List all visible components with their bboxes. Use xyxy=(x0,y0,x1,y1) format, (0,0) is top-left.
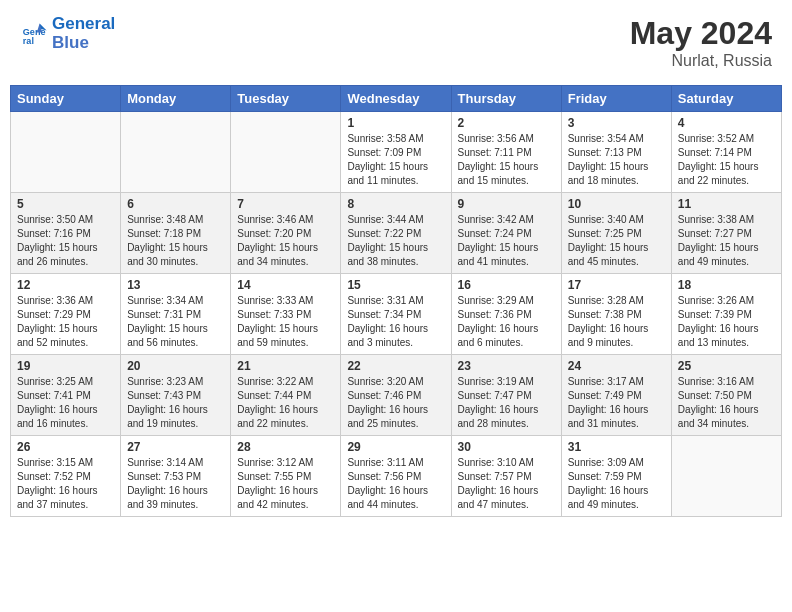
day-number: 8 xyxy=(347,197,444,211)
day-info: Sunrise: 3:16 AM Sunset: 7:50 PM Dayligh… xyxy=(678,375,775,431)
day-cell-21: 21Sunrise: 3:22 AM Sunset: 7:44 PM Dayli… xyxy=(231,355,341,436)
day-number: 19 xyxy=(17,359,114,373)
day-number: 26 xyxy=(17,440,114,454)
day-number: 17 xyxy=(568,278,665,292)
day-cell-24: 24Sunrise: 3:17 AM Sunset: 7:49 PM Dayli… xyxy=(561,355,671,436)
day-info: Sunrise: 3:14 AM Sunset: 7:53 PM Dayligh… xyxy=(127,456,224,512)
day-info: Sunrise: 3:31 AM Sunset: 7:34 PM Dayligh… xyxy=(347,294,444,350)
day-number: 25 xyxy=(678,359,775,373)
day-number: 4 xyxy=(678,116,775,130)
calendar: SundayMondayTuesdayWednesdayThursdayFrid… xyxy=(10,85,782,517)
day-cell-30: 30Sunrise: 3:10 AM Sunset: 7:57 PM Dayli… xyxy=(451,436,561,517)
weekday-header-row: SundayMondayTuesdayWednesdayThursdayFrid… xyxy=(11,86,782,112)
day-info: Sunrise: 3:50 AM Sunset: 7:16 PM Dayligh… xyxy=(17,213,114,269)
day-info: Sunrise: 3:54 AM Sunset: 7:13 PM Dayligh… xyxy=(568,132,665,188)
day-number: 6 xyxy=(127,197,224,211)
day-number: 29 xyxy=(347,440,444,454)
day-info: Sunrise: 3:33 AM Sunset: 7:33 PM Dayligh… xyxy=(237,294,334,350)
day-number: 2 xyxy=(458,116,555,130)
day-number: 28 xyxy=(237,440,334,454)
page-header: Gene ral General Blue May 2024 Nurlat, R… xyxy=(10,10,782,75)
day-info: Sunrise: 3:22 AM Sunset: 7:44 PM Dayligh… xyxy=(237,375,334,431)
empty-cell xyxy=(671,436,781,517)
day-number: 21 xyxy=(237,359,334,373)
day-info: Sunrise: 3:52 AM Sunset: 7:14 PM Dayligh… xyxy=(678,132,775,188)
logo-text: General Blue xyxy=(52,15,115,52)
empty-cell xyxy=(231,112,341,193)
logo: Gene ral General Blue xyxy=(20,15,115,52)
day-number: 13 xyxy=(127,278,224,292)
day-number: 7 xyxy=(237,197,334,211)
week-row-3: 19Sunrise: 3:25 AM Sunset: 7:41 PM Dayli… xyxy=(11,355,782,436)
day-number: 16 xyxy=(458,278,555,292)
logo-line1: General xyxy=(52,14,115,33)
day-cell-5: 5Sunrise: 3:50 AM Sunset: 7:16 PM Daylig… xyxy=(11,193,121,274)
day-info: Sunrise: 3:15 AM Sunset: 7:52 PM Dayligh… xyxy=(17,456,114,512)
title-block: May 2024 Nurlat, Russia xyxy=(630,15,772,70)
day-cell-2: 2Sunrise: 3:56 AM Sunset: 7:11 PM Daylig… xyxy=(451,112,561,193)
day-cell-26: 26Sunrise: 3:15 AM Sunset: 7:52 PM Dayli… xyxy=(11,436,121,517)
day-cell-10: 10Sunrise: 3:40 AM Sunset: 7:25 PM Dayli… xyxy=(561,193,671,274)
weekday-sunday: Sunday xyxy=(11,86,121,112)
day-cell-25: 25Sunrise: 3:16 AM Sunset: 7:50 PM Dayli… xyxy=(671,355,781,436)
empty-cell xyxy=(121,112,231,193)
day-cell-14: 14Sunrise: 3:33 AM Sunset: 7:33 PM Dayli… xyxy=(231,274,341,355)
day-cell-16: 16Sunrise: 3:29 AM Sunset: 7:36 PM Dayli… xyxy=(451,274,561,355)
day-number: 27 xyxy=(127,440,224,454)
day-info: Sunrise: 3:40 AM Sunset: 7:25 PM Dayligh… xyxy=(568,213,665,269)
logo-line2: Blue xyxy=(52,34,115,53)
day-info: Sunrise: 3:25 AM Sunset: 7:41 PM Dayligh… xyxy=(17,375,114,431)
weekday-wednesday: Wednesday xyxy=(341,86,451,112)
day-cell-23: 23Sunrise: 3:19 AM Sunset: 7:47 PM Dayli… xyxy=(451,355,561,436)
day-cell-19: 19Sunrise: 3:25 AM Sunset: 7:41 PM Dayli… xyxy=(11,355,121,436)
day-info: Sunrise: 3:48 AM Sunset: 7:18 PM Dayligh… xyxy=(127,213,224,269)
day-cell-28: 28Sunrise: 3:12 AM Sunset: 7:55 PM Dayli… xyxy=(231,436,341,517)
day-number: 22 xyxy=(347,359,444,373)
day-cell-11: 11Sunrise: 3:38 AM Sunset: 7:27 PM Dayli… xyxy=(671,193,781,274)
day-info: Sunrise: 3:42 AM Sunset: 7:24 PM Dayligh… xyxy=(458,213,555,269)
day-info: Sunrise: 3:09 AM Sunset: 7:59 PM Dayligh… xyxy=(568,456,665,512)
empty-cell xyxy=(11,112,121,193)
week-row-4: 26Sunrise: 3:15 AM Sunset: 7:52 PM Dayli… xyxy=(11,436,782,517)
day-info: Sunrise: 3:23 AM Sunset: 7:43 PM Dayligh… xyxy=(127,375,224,431)
week-row-1: 5Sunrise: 3:50 AM Sunset: 7:16 PM Daylig… xyxy=(11,193,782,274)
day-number: 1 xyxy=(347,116,444,130)
day-number: 9 xyxy=(458,197,555,211)
day-number: 5 xyxy=(17,197,114,211)
logo-icon: Gene ral xyxy=(20,20,48,48)
day-number: 31 xyxy=(568,440,665,454)
day-cell-6: 6Sunrise: 3:48 AM Sunset: 7:18 PM Daylig… xyxy=(121,193,231,274)
week-row-0: 1Sunrise: 3:58 AM Sunset: 7:09 PM Daylig… xyxy=(11,112,782,193)
location: Nurlat, Russia xyxy=(630,52,772,70)
weekday-saturday: Saturday xyxy=(671,86,781,112)
day-info: Sunrise: 3:10 AM Sunset: 7:57 PM Dayligh… xyxy=(458,456,555,512)
day-info: Sunrise: 3:38 AM Sunset: 7:27 PM Dayligh… xyxy=(678,213,775,269)
day-cell-4: 4Sunrise: 3:52 AM Sunset: 7:14 PM Daylig… xyxy=(671,112,781,193)
day-number: 10 xyxy=(568,197,665,211)
day-number: 15 xyxy=(347,278,444,292)
weekday-friday: Friday xyxy=(561,86,671,112)
day-number: 23 xyxy=(458,359,555,373)
day-cell-22: 22Sunrise: 3:20 AM Sunset: 7:46 PM Dayli… xyxy=(341,355,451,436)
day-info: Sunrise: 3:20 AM Sunset: 7:46 PM Dayligh… xyxy=(347,375,444,431)
day-info: Sunrise: 3:29 AM Sunset: 7:36 PM Dayligh… xyxy=(458,294,555,350)
day-number: 18 xyxy=(678,278,775,292)
day-info: Sunrise: 3:11 AM Sunset: 7:56 PM Dayligh… xyxy=(347,456,444,512)
day-info: Sunrise: 3:44 AM Sunset: 7:22 PM Dayligh… xyxy=(347,213,444,269)
day-info: Sunrise: 3:46 AM Sunset: 7:20 PM Dayligh… xyxy=(237,213,334,269)
day-info: Sunrise: 3:34 AM Sunset: 7:31 PM Dayligh… xyxy=(127,294,224,350)
day-cell-15: 15Sunrise: 3:31 AM Sunset: 7:34 PM Dayli… xyxy=(341,274,451,355)
day-number: 11 xyxy=(678,197,775,211)
day-info: Sunrise: 3:58 AM Sunset: 7:09 PM Dayligh… xyxy=(347,132,444,188)
day-cell-31: 31Sunrise: 3:09 AM Sunset: 7:59 PM Dayli… xyxy=(561,436,671,517)
day-info: Sunrise: 3:19 AM Sunset: 7:47 PM Dayligh… xyxy=(458,375,555,431)
day-info: Sunrise: 3:17 AM Sunset: 7:49 PM Dayligh… xyxy=(568,375,665,431)
weekday-thursday: Thursday xyxy=(451,86,561,112)
day-cell-29: 29Sunrise: 3:11 AM Sunset: 7:56 PM Dayli… xyxy=(341,436,451,517)
day-cell-8: 8Sunrise: 3:44 AM Sunset: 7:22 PM Daylig… xyxy=(341,193,451,274)
day-info: Sunrise: 3:36 AM Sunset: 7:29 PM Dayligh… xyxy=(17,294,114,350)
day-cell-7: 7Sunrise: 3:46 AM Sunset: 7:20 PM Daylig… xyxy=(231,193,341,274)
day-cell-20: 20Sunrise: 3:23 AM Sunset: 7:43 PM Dayli… xyxy=(121,355,231,436)
day-info: Sunrise: 3:28 AM Sunset: 7:38 PM Dayligh… xyxy=(568,294,665,350)
weekday-monday: Monday xyxy=(121,86,231,112)
